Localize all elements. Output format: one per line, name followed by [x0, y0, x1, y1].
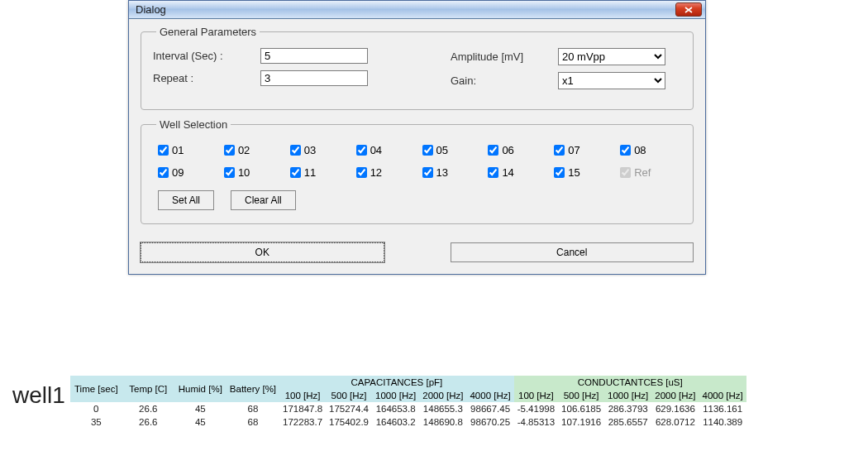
- well-checkbox-15[interactable]: 15: [554, 166, 610, 179]
- col-time: Time [sec]: [70, 376, 122, 402]
- set-all-button[interactable]: Set All: [158, 190, 214, 210]
- table-cell: 164653.8: [372, 402, 419, 415]
- well-checkbox-input[interactable]: [422, 167, 433, 178]
- data-table: Time [sec] Temp [C] Humid [%] Battery [%…: [70, 376, 746, 429]
- well-checkbox-label: Ref: [634, 166, 651, 179]
- table-cell: 98667.45: [466, 402, 513, 415]
- well-selection-legend: Well Selection: [156, 118, 231, 131]
- amplitude-label: Amplitude [mV]: [451, 50, 558, 63]
- cap-freq-header: 500 [Hz]: [326, 389, 372, 402]
- well-checkbox-label: 13: [436, 166, 448, 179]
- dialog-window: Dialog General Parameters Interval (Sec)…: [128, 0, 706, 275]
- general-parameters-legend: General Parameters: [156, 26, 260, 38]
- well-checkbox-input[interactable]: [224, 145, 235, 156]
- well-checkbox-label: 10: [238, 166, 250, 179]
- well-checkbox-14[interactable]: 14: [488, 166, 544, 179]
- well-checkbox-04[interactable]: 04: [356, 144, 413, 156]
- well-checkbox-06[interactable]: 06: [488, 144, 544, 156]
- table-cell: 98670.25: [466, 415, 513, 429]
- table-cell: 45: [174, 402, 227, 415]
- table-cell: 35: [70, 415, 122, 429]
- table-cell: 26.6: [122, 402, 174, 415]
- col-temp: Temp [C]: [122, 376, 174, 402]
- table-cell: 148690.8: [419, 415, 466, 429]
- table-cell: 285.6557: [604, 415, 651, 429]
- well-checkbox-input[interactable]: [554, 167, 565, 178]
- repeat-input[interactable]: [260, 70, 368, 86]
- well-checkbox-12[interactable]: 12: [356, 166, 413, 179]
- well-checkbox-label: 11: [304, 166, 316, 179]
- well-checkbox-09[interactable]: 09: [158, 166, 214, 179]
- data-table-area: well1 Time [sec] Temp [C] Humid [%] Batt…: [12, 376, 746, 429]
- title-bar: Dialog: [129, 1, 705, 19]
- table-cell: 68: [227, 415, 279, 429]
- well-checkbox-label: 02: [238, 144, 250, 156]
- table-cell: 1140.389: [699, 415, 746, 429]
- well-checkbox-input[interactable]: [158, 167, 169, 178]
- table-cell: -5.41998: [514, 402, 558, 415]
- col-battery: Battery [%]: [227, 376, 279, 402]
- repeat-label: Repeat :: [153, 72, 260, 84]
- table-cell: 0: [70, 402, 122, 415]
- well-checkbox-input[interactable]: [224, 167, 235, 178]
- cancel-button[interactable]: Cancel: [451, 242, 694, 262]
- well-name-label: well1: [12, 382, 65, 409]
- well-checkbox-input[interactable]: [488, 145, 498, 156]
- well-checkbox-input[interactable]: [158, 145, 169, 156]
- well-checkbox-label: 05: [436, 144, 448, 156]
- well-checkbox-08[interactable]: 08: [620, 144, 676, 156]
- interval-label: Interval (Sec) :: [153, 50, 260, 62]
- cap-freq-header: 1000 [Hz]: [372, 389, 419, 402]
- amplitude-select[interactable]: 20 mVpp: [558, 48, 665, 65]
- table-cell: 286.3793: [604, 402, 651, 415]
- well-checkbox-01[interactable]: 01: [158, 144, 214, 156]
- table-cell: 106.6185: [558, 402, 604, 415]
- well-checkbox-02[interactable]: 02: [224, 144, 280, 156]
- ok-button[interactable]: OK: [141, 242, 384, 262]
- interval-input[interactable]: [260, 48, 368, 64]
- col-group-cond: CONDUCTANTCES [uS]: [514, 376, 746, 389]
- cond-freq-header: 100 [Hz]: [514, 389, 558, 402]
- well-checkbox-input[interactable]: [290, 145, 301, 156]
- cap-freq-header: 100 [Hz]: [279, 389, 326, 402]
- close-button[interactable]: [675, 2, 702, 17]
- well-checkbox-label: 07: [568, 144, 579, 156]
- table-cell: 628.0712: [651, 415, 699, 429]
- well-checkbox-input[interactable]: [422, 145, 433, 156]
- table-row: 3526.64568172283.7175402.9164603.2148690…: [70, 415, 746, 429]
- table-cell: 629.1636: [651, 402, 699, 415]
- gain-select[interactable]: x1: [558, 72, 665, 89]
- well-checkbox-13[interactable]: 13: [422, 166, 479, 179]
- well-checkbox-03[interactable]: 03: [290, 144, 346, 156]
- well-checkbox-05[interactable]: 05: [422, 144, 479, 156]
- well-checkbox-07[interactable]: 07: [554, 144, 610, 156]
- gain-label: Gain:: [451, 74, 558, 87]
- well-checkbox-label: 14: [502, 166, 513, 179]
- clear-all-button[interactable]: Clear All: [231, 190, 296, 210]
- well-checkbox-10[interactable]: 10: [224, 166, 280, 179]
- well-checkbox-input[interactable]: [290, 167, 301, 178]
- well-checkbox-input[interactable]: [356, 167, 367, 178]
- well-checkbox-label: 08: [634, 144, 646, 156]
- table-cell: 172283.7: [279, 415, 326, 429]
- dialog-body: General Parameters Interval (Sec) : Repe…: [129, 19, 705, 274]
- col-humid: Humid [%]: [174, 376, 227, 402]
- well-checkbox-label: 09: [172, 166, 184, 179]
- table-cell: 148655.3: [419, 402, 466, 415]
- well-checkbox-input[interactable]: [554, 145, 565, 156]
- cap-freq-header: 2000 [Hz]: [419, 389, 466, 402]
- well-checkbox-ref: Ref: [620, 166, 676, 179]
- well-checkbox-input: [620, 167, 631, 178]
- well-checkbox-label: 15: [568, 166, 579, 179]
- close-icon: [684, 7, 693, 13]
- well-checkbox-input[interactable]: [620, 145, 631, 156]
- dialog-title: Dialog: [136, 3, 675, 16]
- cond-freq-header: 500 [Hz]: [558, 389, 604, 402]
- well-checkbox-input[interactable]: [356, 145, 367, 156]
- table-cell: 107.1916: [558, 415, 604, 429]
- table-cell: -4.85313: [514, 415, 558, 429]
- well-checkbox-input[interactable]: [488, 167, 498, 178]
- well-checkbox-label: 01: [172, 144, 184, 156]
- table-cell: 26.6: [122, 415, 174, 429]
- well-checkbox-11[interactable]: 11: [290, 166, 346, 179]
